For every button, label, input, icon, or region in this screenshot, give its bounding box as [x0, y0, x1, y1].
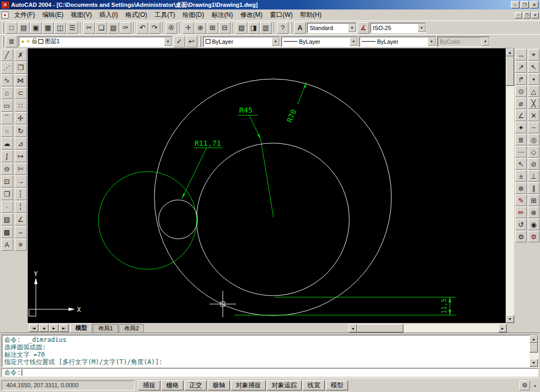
canvas-horizontal-scrollbar[interactable]: ◄ ► — [349, 324, 507, 332]
rotate-icon[interactable]: ↻ — [15, 125, 27, 137]
insert-hyperlink-icon[interactable]: ✇ — [166, 22, 177, 34]
explode-icon[interactable]: ✳ — [15, 239, 27, 251]
menu-view[interactable]: 视图(V) — [67, 9, 95, 21]
horizontal-scroll-thumb[interactable] — [357, 324, 403, 332]
prev-tab-button[interactable]: ◀ — [39, 324, 49, 332]
fillet-icon[interactable]: ⌣ — [15, 226, 27, 238]
revision-cloud-icon[interactable]: ☁ — [1, 138, 13, 150]
dimension-text-edit-icon[interactable]: ✏ — [515, 207, 527, 218]
snap-to-perpendicular-icon[interactable]: ⊥ — [528, 170, 539, 182]
last-tab-button[interactable]: ▶| — [59, 324, 69, 332]
snap-to-nearest-icon[interactable]: ◉ — [528, 219, 539, 230]
spline-icon[interactable]: ∫ — [1, 150, 13, 162]
region-icon[interactable]: ▩ — [1, 226, 13, 238]
mdi-minimize-button[interactable]: ─ — [515, 12, 522, 18]
help-icon[interactable]: ? — [277, 22, 288, 34]
snap-to-endpoint-icon[interactable]: ▪ — [528, 73, 539, 85]
menu-tools[interactable]: 工具(T) — [151, 9, 179, 21]
stretch-icon[interactable]: ↦ — [15, 150, 27, 162]
copy-icon[interactable]: ❏ — [95, 22, 107, 34]
scroll-down-icon[interactable]: ▼ — [506, 315, 514, 323]
line-icon[interactable]: ╱ — [1, 49, 13, 61]
pan-realtime-icon[interactable]: ✛ — [182, 22, 194, 34]
tab-layout2[interactable]: 布局2 — [119, 324, 144, 332]
offset-icon[interactable]: ⊂ — [15, 87, 27, 99]
layer-thaw-sun-icon[interactable]: ☀ — [26, 39, 31, 44]
undo-icon[interactable]: ↶ — [137, 22, 148, 34]
first-tab-button[interactable]: |◀ — [29, 324, 38, 332]
linear-dimension-icon[interactable]: ↔ — [515, 49, 527, 61]
command-scroll-thumb[interactable] — [529, 343, 538, 352]
tab-layout1[interactable]: 布局1 — [93, 324, 118, 332]
layer-combo[interactable]: ● ☀ 图层1 ▼ — [18, 36, 172, 47]
command-input[interactable]: 命令: — [2, 368, 538, 377]
snap-to-quadrant-icon[interactable]: ◇ — [528, 146, 539, 158]
match-properties-icon[interactable]: ✑ — [120, 22, 131, 34]
snap-toggle[interactable]: 捕捉 — [138, 380, 160, 390]
toolbar-grip[interactable] — [2, 36, 4, 47]
osnap-toggle[interactable]: 对象捕捉 — [231, 380, 266, 390]
radius-dimension-icon[interactable]: ⊙ — [515, 85, 527, 97]
dimension-edit-icon[interactable]: ✎ — [515, 194, 527, 206]
close-button[interactable]: ✕ — [530, 1, 538, 8]
construction-line-icon[interactable]: ⋰ — [1, 62, 13, 74]
scroll-up-icon[interactable]: ▲ — [529, 335, 538, 343]
grid-toggle[interactable]: 栅格 — [161, 380, 184, 390]
ordinate-dimension-icon[interactable]: ↱ — [515, 73, 527, 85]
make-object-layer-current-icon[interactable]: ✓ — [173, 36, 185, 47]
tab-model[interactable]: 模型 — [70, 323, 92, 332]
angular-dimension-icon[interactable]: ∠ — [515, 110, 527, 121]
break-at-point-icon[interactable]: ┆ — [15, 188, 27, 200]
hatch-icon[interactable]: ▧ — [1, 213, 13, 226]
snap-to-apparent-intersection-icon[interactable]: ✕ — [528, 110, 539, 121]
aligned-dimension-icon[interactable]: ↗ — [515, 61, 527, 73]
model-toggle[interactable]: 模型 — [326, 380, 348, 390]
diameter-dimension-icon[interactable]: ⌀ — [515, 97, 527, 109]
command-scrollbar[interactable]: ▲ ▼ — [529, 335, 538, 367]
dimension-style-icon[interactable]: ⚙ — [515, 231, 527, 242]
multiline-text-icon[interactable]: A — [1, 239, 13, 251]
scroll-up-icon[interactable]: ▲ — [506, 48, 514, 56]
otrack-toggle[interactable]: 对象追踪 — [267, 380, 302, 390]
scroll-left-icon[interactable]: ◄ — [349, 324, 357, 332]
tolerance-icon[interactable]: ± — [515, 170, 527, 182]
chevron-down-icon[interactable]: ▼ — [350, 37, 358, 46]
snap-to-node-icon[interactable]: ⊗ — [528, 207, 539, 218]
menu-help[interactable]: 帮助(H) — [296, 9, 325, 21]
point-icon[interactable]: ∙ — [1, 201, 13, 213]
snap-to-extension-icon[interactable]: ┄ — [528, 122, 539, 133]
chevron-down-icon[interactable]: ▼ — [428, 37, 436, 46]
temporary-track-point-icon[interactable]: ⌖ — [528, 49, 539, 61]
insert-block-icon[interactable]: ⊡ — [1, 175, 13, 188]
canvas-vertical-scrollbar[interactable]: ▲ ▼ — [506, 48, 514, 323]
zoom-realtime-icon[interactable]: ⊕ — [195, 22, 206, 34]
center-mark-icon[interactable]: ⊕ — [515, 182, 527, 194]
drawing-file-icon[interactable]: A — [2, 12, 8, 18]
arc-icon[interactable]: ⌒ — [1, 112, 13, 124]
chamfer-icon[interactable]: ∠ — [15, 213, 27, 226]
color-combo[interactable]: ByLayer ▼ — [203, 36, 280, 47]
layer-unlock-icon[interactable] — [32, 38, 37, 45]
vertical-scroll-track[interactable] — [506, 86, 514, 315]
zoom-window-icon[interactable]: ⊞ — [207, 22, 218, 34]
plot-preview-icon[interactable]: ◫ — [54, 22, 66, 34]
paste-icon[interactable]: ▨ — [108, 22, 119, 34]
erase-icon[interactable]: ✗ — [15, 49, 27, 61]
mirror-icon[interactable]: ⋈ — [15, 74, 27, 86]
dim-style-icon[interactable]: ∡ — [358, 22, 369, 34]
layer-on-bulb-icon[interactable]: ● — [21, 39, 24, 44]
plot-icon[interactable]: ▦ — [42, 22, 54, 34]
properties-icon[interactable]: ▧ — [236, 22, 247, 34]
copy-object-icon[interactable]: ❐ — [15, 62, 27, 74]
scroll-right-icon[interactable]: ► — [498, 324, 507, 332]
command-scroll-track[interactable] — [529, 352, 538, 359]
chevron-down-icon[interactable]: ▼ — [418, 24, 426, 32]
open-file-icon[interactable]: ▤ — [18, 22, 30, 34]
dimension-update-icon[interactable]: ↺ — [515, 219, 527, 230]
quick-dimension-icon[interactable]: ✦ — [515, 122, 527, 133]
drawing-canvas[interactable]: R45R70R11,7111,5YX — [28, 48, 506, 323]
make-block-icon[interactable]: ❒ — [1, 188, 13, 200]
zoom-previous-icon[interactable]: ⊟ — [219, 22, 230, 34]
snap-to-insert-icon[interactable]: ⊞ — [528, 194, 539, 206]
snap-to-tangent-icon[interactable]: ⊘ — [528, 158, 539, 170]
